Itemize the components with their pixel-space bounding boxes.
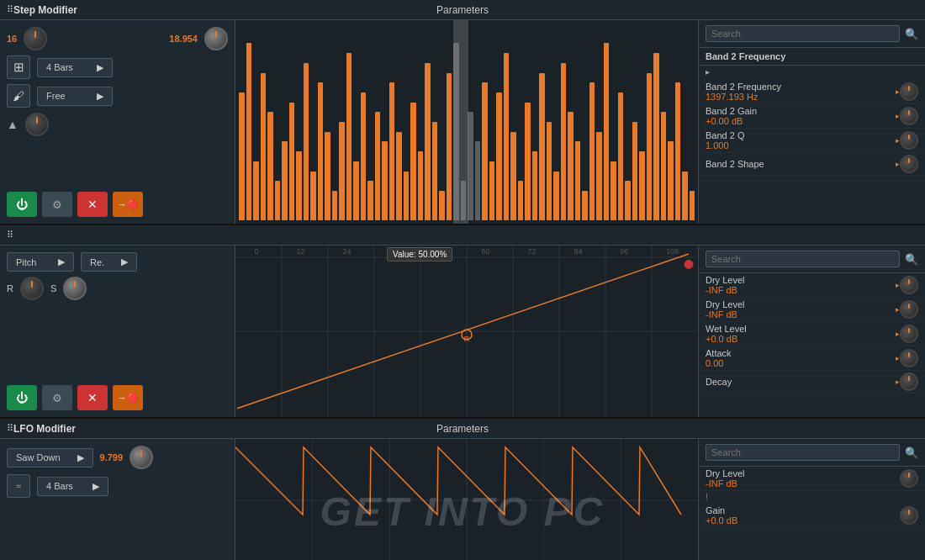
step-bar[interactable] xyxy=(382,141,388,220)
pitch-s-knob[interactable] xyxy=(63,277,87,300)
step-bar[interactable] xyxy=(246,43,252,220)
step-bar[interactable] xyxy=(325,132,330,220)
lfo-search-icon[interactable]: 🔍 xyxy=(905,446,918,459)
pitch-close-button[interactable]: ✕ xyxy=(77,385,108,410)
step-bar[interactable] xyxy=(482,82,488,220)
step-rate-knob[interactable] xyxy=(204,27,228,50)
step-bar[interactable] xyxy=(604,43,610,220)
param-dry-level-1-knob[interactable] xyxy=(900,276,918,294)
step-bar[interactable] xyxy=(361,92,367,220)
step-bar[interactable] xyxy=(439,191,445,220)
step-bar[interactable] xyxy=(568,112,574,220)
step-bar[interactable] xyxy=(310,172,316,221)
pitch-search-icon[interactable]: 🔍 xyxy=(905,253,918,266)
step-bar[interactable] xyxy=(632,122,638,220)
step-bar[interactable] xyxy=(447,73,452,221)
step-bar[interactable] xyxy=(668,141,674,220)
pitch-search-input[interactable] xyxy=(706,251,900,267)
step-bar[interactable] xyxy=(332,191,338,220)
step-bar[interactable] xyxy=(539,73,545,221)
step-bar[interactable] xyxy=(518,181,524,220)
step-bar[interactable] xyxy=(367,181,373,220)
step-bar[interactable] xyxy=(253,161,259,220)
step-bar[interactable] xyxy=(582,191,588,220)
step-route-button[interactable]: →🔴 xyxy=(113,192,143,217)
lfo-param-dry-level-knob[interactable] xyxy=(900,469,918,488)
pitch-gear-button[interactable]: ⚙ xyxy=(42,385,72,410)
lfo-bars-dropdown[interactable]: 4 Bars ▶ xyxy=(37,477,108,496)
step-bar[interactable] xyxy=(504,53,510,220)
step-bar[interactable] xyxy=(589,82,595,220)
pitch-route-button[interactable]: →🔴 xyxy=(113,385,143,410)
step-bar[interactable] xyxy=(639,151,645,220)
step-bar[interactable] xyxy=(404,172,410,221)
step-bar[interactable] xyxy=(389,82,395,220)
step-bar[interactable] xyxy=(690,191,695,220)
step-bar[interactable] xyxy=(618,92,624,220)
step-bar[interactable] xyxy=(468,112,473,220)
step-gear-button[interactable]: ⚙ xyxy=(42,192,72,217)
step-bar[interactable] xyxy=(275,181,281,220)
step-bar[interactable] xyxy=(432,122,438,220)
step-bar[interactable] xyxy=(425,63,431,220)
step-bars-dropdown[interactable]: 4 Bars ▶ xyxy=(37,58,113,77)
pitch-r-knob[interactable] xyxy=(20,277,44,300)
pitch-power-button[interactable]: ⏻ xyxy=(7,385,37,410)
step-bar[interactable] xyxy=(418,151,424,220)
step-bar[interactable] xyxy=(375,112,381,220)
step-search-input[interactable] xyxy=(706,25,900,42)
pitch-curve-area[interactable]: Value: 50.00% 0 12 24 36 48 60 72 84 96 … xyxy=(235,246,698,417)
step-broom-button[interactable]: 🖌 xyxy=(7,84,30,108)
lfo-rate-knob[interactable] xyxy=(130,446,153,469)
param-dry-level-2-knob[interactable] xyxy=(900,300,918,319)
lfo-wave-dropdown[interactable]: Saw Down ▶ xyxy=(7,448,93,468)
param-wet-level-knob[interactable] xyxy=(900,325,918,343)
step-bar[interactable] xyxy=(318,82,324,220)
step-bar[interactable] xyxy=(396,132,402,220)
step-bar[interactable] xyxy=(282,141,288,220)
step-bar[interactable] xyxy=(547,122,552,220)
step-bar[interactable] xyxy=(289,103,295,220)
step-bar[interactable] xyxy=(561,63,567,220)
step-power-button[interactable]: ⏻ xyxy=(7,192,37,217)
step-bar[interactable] xyxy=(610,161,616,220)
lfo-wave-area[interactable] xyxy=(235,439,698,560)
step-bar[interactable] xyxy=(410,103,416,220)
step-bar[interactable] xyxy=(553,172,559,221)
lfo-sync-button[interactable]: ≈ xyxy=(7,474,30,498)
step-search-icon[interactable]: 🔍 xyxy=(905,28,918,40)
step-bar[interactable] xyxy=(489,161,495,220)
param-attack-knob[interactable] xyxy=(900,349,918,367)
param-band2-gain-knob[interactable] xyxy=(900,107,918,125)
step-bar[interactable] xyxy=(625,181,631,220)
step-mode-dropdown[interactable]: Free ▶ xyxy=(37,87,113,106)
step-bar[interactable] xyxy=(661,112,667,220)
param-band2-shape-knob[interactable] xyxy=(900,155,918,173)
step-bar[interactable] xyxy=(346,53,352,220)
step-bar[interactable] xyxy=(675,82,681,220)
lfo-param-gain-knob[interactable] xyxy=(900,506,918,525)
step-bar[interactable] xyxy=(682,172,688,221)
lfo-search-input[interactable] xyxy=(706,444,900,461)
step-bar[interactable] xyxy=(596,132,602,220)
step-bar[interactable] xyxy=(653,53,659,220)
step-count-knob[interactable] xyxy=(24,27,47,50)
step-close-button[interactable]: ✕ xyxy=(77,192,108,217)
pitch-type-dropdown[interactable]: Pitch ▶ xyxy=(7,252,74,272)
param-decay-knob[interactable] xyxy=(900,372,918,391)
step-grid-button[interactable]: ⊞ xyxy=(7,55,30,79)
step-bar[interactable] xyxy=(304,63,309,220)
step-bar[interactable] xyxy=(261,73,267,221)
step-bar[interactable] xyxy=(475,141,481,220)
step-bar[interactable] xyxy=(296,151,302,220)
step-bar[interactable] xyxy=(353,161,359,220)
pitch-re-dropdown[interactable]: Re. ▶ xyxy=(81,252,137,272)
step-bar[interactable] xyxy=(239,92,245,220)
param-band2-q-knob[interactable] xyxy=(900,131,918,150)
step-bar[interactable] xyxy=(267,112,273,220)
step-bar[interactable] xyxy=(575,141,581,220)
step-bars-area[interactable] xyxy=(235,20,698,224)
step-bar[interactable] xyxy=(647,73,653,221)
step-bar[interactable] xyxy=(532,151,538,220)
step-bar[interactable] xyxy=(339,122,345,220)
